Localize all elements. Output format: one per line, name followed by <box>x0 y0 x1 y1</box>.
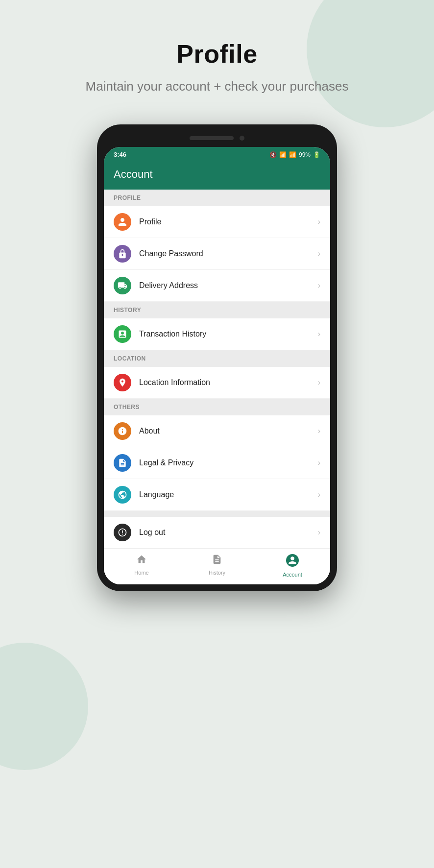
app-header-title: Account <box>114 168 320 181</box>
menu-item-logout[interactable]: Log out › <box>104 517 330 549</box>
phone-mockup: 3:46 🔇 📶 📶 99% 🔋 Account PROFILE <box>97 124 337 591</box>
language-icon <box>114 486 131 504</box>
wifi-icon: 📶 <box>279 151 287 158</box>
home-icon <box>136 554 147 568</box>
menu-label-location-information: Location Information <box>139 378 318 387</box>
about-icon <box>114 422 131 440</box>
menu-label-delivery-address: Delivery Address <box>139 281 318 290</box>
menu-label-transaction-history: Transaction History <box>139 330 318 338</box>
section-label-profile: PROFILE <box>104 190 330 206</box>
menu-item-language[interactable]: Language › <box>104 479 330 511</box>
menu-label-language: Language <box>139 490 318 499</box>
menu-item-location-information[interactable]: Location Information › <box>104 367 330 399</box>
chevron-transaction-history-icon: › <box>318 330 320 338</box>
status-icons: 🔇 📶 📶 99% 🔋 <box>269 151 320 158</box>
menu-item-transaction-history[interactable]: Transaction History › <box>104 318 330 350</box>
chevron-logout-icon: › <box>318 528 320 537</box>
page-subtitle: Maintain your account + check your purch… <box>86 77 349 95</box>
app-header: Account <box>104 162 330 190</box>
chevron-language-icon: › <box>318 490 320 499</box>
transaction-history-icon <box>114 325 131 343</box>
phone-notch <box>104 131 330 145</box>
status-time: 3:46 <box>114 151 126 158</box>
menu-label-legal-privacy: Legal & Privacy <box>139 458 318 467</box>
menu-item-profile[interactable]: Profile › <box>104 206 330 238</box>
menu-item-about[interactable]: About › <box>104 415 330 447</box>
account-nav-icon <box>286 554 299 570</box>
phone-camera <box>240 136 244 141</box>
chevron-about-icon: › <box>318 427 320 435</box>
change-password-icon <box>114 245 131 263</box>
menu-label-change-password: Change Password <box>139 249 318 258</box>
menu-item-change-password[interactable]: Change Password › <box>104 238 330 270</box>
profile-icon <box>114 213 131 231</box>
chevron-change-password-icon: › <box>318 249 320 258</box>
menu-item-delivery-address[interactable]: Delivery Address › <box>104 270 330 302</box>
chevron-location-information-icon: › <box>318 378 320 387</box>
section-label-history: HISTORY <box>104 302 330 318</box>
header-section: Profile Maintain your account + check yo… <box>56 39 378 95</box>
section-spacer <box>104 511 330 517</box>
section-label-others: OTHERS <box>104 399 330 415</box>
phone-speaker <box>190 136 234 140</box>
bg-decoration-2 <box>0 643 88 770</box>
nav-item-account[interactable]: Account <box>255 554 330 578</box>
section-label-location: LOCATION <box>104 350 330 367</box>
nav-label-home: Home <box>134 570 148 576</box>
battery-level: 99% <box>299 151 311 158</box>
nav-label-account: Account <box>283 572 302 578</box>
legal-privacy-icon <box>114 454 131 472</box>
chevron-legal-privacy-icon: › <box>318 458 320 467</box>
nav-label-history: History <box>209 570 225 576</box>
chevron-profile-icon: › <box>318 217 320 226</box>
nav-item-history[interactable]: History <box>179 554 255 578</box>
menu-label-logout: Log out <box>139 528 318 537</box>
phone-frame: 3:46 🔇 📶 📶 99% 🔋 Account PROFILE <box>97 124 337 591</box>
status-bar: 3:46 🔇 📶 📶 99% 🔋 <box>104 147 330 162</box>
menu-item-legal-privacy[interactable]: Legal & Privacy › <box>104 447 330 479</box>
menu-label-about: About <box>139 427 318 435</box>
history-icon <box>212 554 222 568</box>
logout-icon <box>114 524 131 541</box>
chevron-delivery-address-icon: › <box>318 281 320 290</box>
location-information-icon <box>114 374 131 391</box>
bottom-nav: Home History Account <box>104 549 330 584</box>
mute-icon: 🔇 <box>269 151 277 158</box>
page-title: Profile <box>86 39 349 69</box>
nav-item-home[interactable]: Home <box>104 554 179 578</box>
signal-icon: 📶 <box>289 151 296 158</box>
battery-icon: 🔋 <box>313 151 320 158</box>
delivery-address-icon <box>114 277 131 294</box>
menu-label-profile: Profile <box>139 217 318 226</box>
phone-screen: 3:46 🔇 📶 📶 99% 🔋 Account PROFILE <box>104 147 330 584</box>
